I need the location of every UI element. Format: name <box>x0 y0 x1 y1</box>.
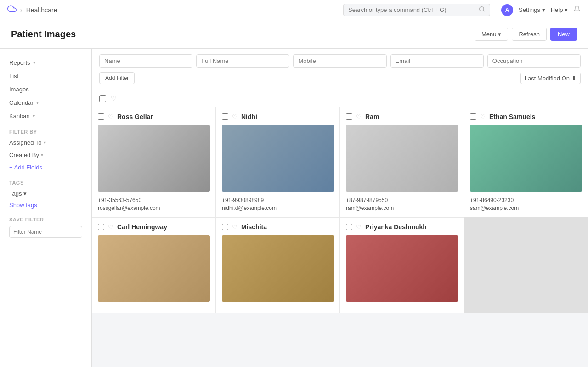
patient-image <box>222 235 334 302</box>
sidebar-item-calendar[interactable]: Calendar ▾ <box>0 96 91 109</box>
breadcrumb-healthcare[interactable]: Healthcare <box>26 6 57 14</box>
sidebar-item-kanban[interactable]: Kanban ▾ <box>0 109 91 123</box>
like-icon[interactable]: ♡ <box>108 113 113 120</box>
kanban-dropdown-icon: ▾ <box>33 113 35 119</box>
page-title: Patient Images <box>11 29 475 40</box>
sidebar-item-list[interactable]: List <box>0 69 91 83</box>
card-header: ♡ Carl Hemingway <box>98 223 210 231</box>
card-header: ♡ Mischita <box>222 223 334 231</box>
patient-email: ram@example.com <box>346 205 458 211</box>
patient-name: Carl Hemingway <box>117 223 167 231</box>
mobile-filter-input[interactable] <box>293 54 386 68</box>
like-icon[interactable]: ♡ <box>232 113 237 120</box>
add-fields-label: + Add Fields <box>9 164 42 171</box>
save-filter-label: SAVE FILTER <box>9 217 82 222</box>
card-checkbox[interactable] <box>470 113 476 120</box>
search-input[interactable] <box>348 6 476 13</box>
like-icon[interactable]: ♡ <box>356 224 362 231</box>
patient-image <box>346 125 458 192</box>
svg-line-1 <box>483 11 485 12</box>
patient-name: Mischita <box>241 223 267 231</box>
search-bar <box>343 4 490 16</box>
patient-card: ♡ Mischita <box>216 217 340 313</box>
patient-image <box>98 235 210 302</box>
card-checkbox[interactable] <box>222 224 228 230</box>
bulk-like-icon[interactable]: ♡ <box>111 95 117 102</box>
tags-section: TAGS <box>0 174 91 187</box>
card-header: ♡ Ram <box>346 113 458 120</box>
sort-button[interactable]: Last Modified On ⬇ <box>520 73 581 84</box>
created-by-arrow-icon: ▾ <box>41 152 43 158</box>
sort-selector: Last Modified On ⬇ <box>520 73 581 84</box>
created-by-filter[interactable]: Created By ▾ <box>0 149 91 161</box>
bell-icon[interactable] <box>573 6 581 15</box>
new-button[interactable]: New <box>550 28 577 41</box>
like-icon[interactable]: ♡ <box>480 113 486 120</box>
patient-phone: +91-35563-57650 <box>98 197 210 203</box>
refresh-button[interactable]: Refresh <box>512 28 547 41</box>
top-navigation: › Healthcare A Settings ▾ Help ▾ <box>0 0 588 20</box>
patient-card: ♡ Ram +87-9879879550 ram@example.com <box>340 107 464 217</box>
like-icon[interactable]: ♡ <box>232 224 237 231</box>
patient-email: sam@example.com <box>470 205 582 211</box>
card-checkbox[interactable] <box>98 113 104 120</box>
patient-name: Nidhi <box>241 113 257 120</box>
sidebar-item-label: Calendar <box>9 99 34 106</box>
card-header: ♡ Ross Gellar <box>98 113 210 120</box>
name-filter-input[interactable] <box>99 54 192 68</box>
assigned-to-filter[interactable]: Assigned To ▾ <box>0 136 91 149</box>
card-checkbox[interactable] <box>346 224 352 230</box>
tags-arrow-icon: ▾ <box>23 190 27 197</box>
settings-button[interactable]: Settings ▾ <box>519 6 545 13</box>
calendar-dropdown-icon: ▾ <box>36 100 39 105</box>
created-by-label: Created By <box>9 152 39 158</box>
tags-filter[interactable]: Tags ▾ <box>0 187 91 200</box>
main-layout: Reports ▾ List Images Calendar ▾ Kanban … <box>0 49 588 367</box>
card-checkbox[interactable] <box>346 113 352 120</box>
sidebar: Reports ▾ List Images Calendar ▾ Kanban … <box>0 49 92 367</box>
filter-inputs <box>99 54 581 68</box>
select-all-checkbox[interactable] <box>99 95 106 102</box>
email-filter-input[interactable] <box>390 54 484 68</box>
reports-dropdown-icon: ▾ <box>33 60 35 65</box>
like-icon[interactable]: ♡ <box>108 224 113 231</box>
add-fields-button[interactable]: + Add Fields <box>0 161 91 174</box>
like-icon[interactable]: ♡ <box>356 113 362 120</box>
assigned-to-arrow-icon: ▾ <box>44 140 46 145</box>
fullname-filter-input[interactable] <box>196 54 289 68</box>
card-checkbox[interactable] <box>98 224 104 230</box>
topnav-right-actions: A Settings ▾ Help ▾ <box>501 4 581 16</box>
sort-label: Last Modified On <box>525 75 570 82</box>
content-area: Add Filter Last Modified On ⬇ ♡ ♡ Ross G… <box>92 49 588 367</box>
patient-email: nidhi.d@example.com <box>222 205 334 211</box>
sidebar-item-images[interactable]: Images <box>0 83 91 96</box>
filter-by-label: FILTER BY <box>0 123 91 136</box>
save-filter-section: SAVE FILTER <box>0 210 91 242</box>
help-button[interactable]: Help ▾ <box>551 6 568 13</box>
filter-bar: Add Filter Last Modified On ⬇ <box>92 49 588 90</box>
add-filter-button[interactable]: Add Filter <box>99 72 135 84</box>
patient-name: Priyanka Deshmukh <box>365 223 427 231</box>
patient-card: ♡ Ethan Samuels +91-86490-23230 sam@exam… <box>464 107 588 217</box>
patient-card: ♡ Nidhi +91-9930898989 nidhi.d@example.c… <box>216 107 340 217</box>
patient-image <box>98 125 210 192</box>
patient-card: ♡ Ross Gellar +91-35563-57650 rossgellar… <box>92 107 216 217</box>
page-actions: Menu ▾ Refresh New <box>475 28 577 41</box>
breadcrumb-separator: › <box>20 6 23 14</box>
patient-phone: +91-86490-23230 <box>470 197 582 203</box>
filter-actions: Add Filter Last Modified On ⬇ <box>99 72 581 84</box>
patient-card: ♡ Priyanka Deshmukh <box>340 217 464 313</box>
patient-image <box>222 125 334 192</box>
menu-button[interactable]: Menu ▾ <box>475 28 509 41</box>
occupation-filter-input[interactable] <box>487 54 581 68</box>
card-checkbox[interactable] <box>222 113 228 120</box>
page-header: Patient Images Menu ▾ Refresh New <box>0 20 588 49</box>
filter-name-input[interactable] <box>9 226 82 238</box>
show-tags-button[interactable]: Show tags <box>0 200 91 210</box>
svg-point-0 <box>480 7 484 11</box>
sidebar-item-label: Images <box>9 86 29 93</box>
patient-name: Ethan Samuels <box>489 113 535 120</box>
patient-phone: +91-9930898989 <box>222 197 334 203</box>
cards-header: ♡ <box>92 90 588 107</box>
sidebar-item-reports[interactable]: Reports ▾ <box>0 56 91 69</box>
